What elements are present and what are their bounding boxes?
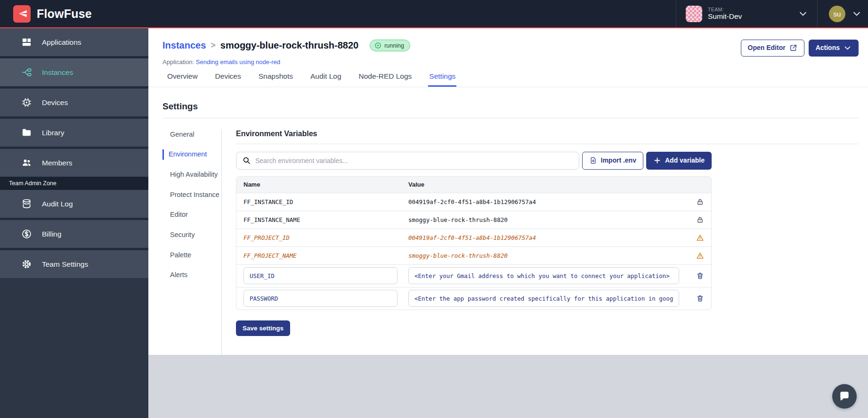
settings-nav-palette[interactable]: Palette: [162, 250, 221, 261]
sidebar-item-instances[interactable]: Instances: [0, 58, 148, 86]
env-var-row: FF_INSTANCE_NAME smoggy-blue-rock-thrush…: [236, 211, 711, 229]
tab-audit-log[interactable]: Audit Log: [309, 72, 342, 87]
env-var-value: smoggy-blue-rock-thrush-8820: [408, 216, 508, 223]
settings-subnav: General Environment High Availability Pr…: [162, 130, 221, 355]
search-icon: [242, 156, 251, 165]
brand-area[interactable]: FlowFuse: [0, 5, 92, 23]
table-header: Name Value: [236, 177, 711, 193]
env-var-name: FF_PROJECT_ID: [243, 234, 290, 241]
trash-icon[interactable]: [696, 272, 704, 280]
tab-overview[interactable]: Overview: [166, 72, 199, 87]
breadcrumb-separator: >: [211, 41, 216, 50]
sidebar-item-billing[interactable]: Billing: [0, 220, 148, 248]
settings-nav-label: Protect Instance: [170, 191, 219, 198]
settings-nav-protect-instance[interactable]: Protect Instance: [162, 190, 221, 200]
settings-nav-label: Alerts: [170, 271, 187, 279]
main-area: Instances > smoggy-blue-rock-thrush-8820…: [148, 28, 868, 418]
chat-icon: [838, 390, 851, 402]
document-download-icon: [589, 156, 597, 164]
navbar-right: TEAM: Sumit-Dev su: [676, 0, 868, 27]
env-variables-table: Name Value FF_INSTANCE_ID: [236, 176, 712, 310]
breadcrumb: Instances > smoggy-blue-rock-thrush-8820…: [162, 40, 410, 51]
open-editor-button[interactable]: Open Editor: [741, 40, 804, 57]
instance-header: Instances > smoggy-blue-rock-thrush-8820…: [148, 28, 868, 87]
user-menu[interactable]: su: [817, 0, 868, 27]
settings-nav-label: Palette: [170, 251, 191, 259]
tab-label: Audit Log: [310, 72, 341, 80]
application-link[interactable]: Sending emails using node-red: [196, 58, 280, 66]
settings-divider: [162, 118, 859, 118]
top-navbar: FlowFuse TEAM: Sumit-Dev su: [0, 0, 868, 28]
actions-button[interactable]: Actions: [809, 40, 859, 57]
settings-nav-environment[interactable]: Environment: [162, 149, 221, 160]
env-toolbar: Import .env Add variable: [236, 152, 712, 170]
flowfuse-logo-icon: [13, 5, 31, 23]
column-name: Name: [236, 181, 401, 188]
settings-nav-general[interactable]: General: [162, 130, 221, 140]
env-var-value: 004919af-2cf0-4f51-a8b4-1b12906757a4: [408, 198, 536, 205]
environment-panel: Environment Variables Import: [221, 130, 859, 355]
team-name: Sumit-Dev: [708, 12, 793, 21]
tab-node-red-logs[interactable]: Node-RED Logs: [358, 72, 413, 87]
chat-widget-button[interactable]: [832, 384, 857, 409]
status-badge: running: [370, 40, 410, 51]
library-icon: [21, 127, 32, 138]
warning-icon: [696, 234, 704, 242]
play-circle-icon: [374, 42, 381, 49]
settings-nav-security[interactable]: Security: [162, 230, 221, 240]
settings-nav-alerts[interactable]: Alerts: [162, 270, 221, 280]
sidebar-item-library[interactable]: Library: [0, 119, 148, 147]
env-var-name-input[interactable]: [243, 290, 397, 307]
tab-settings[interactable]: Settings: [428, 72, 456, 87]
env-var-row: USER_ID <Enter your Gmail address to whi…: [236, 264, 711, 287]
tab-label: Settings: [429, 72, 455, 80]
team-admin-zone-label: Team Admin Zone: [0, 177, 148, 190]
add-variable-button[interactable]: Add variable: [646, 152, 712, 170]
env-var-name: FF_PROJECT_NAME: [243, 252, 297, 259]
applications-icon: [21, 37, 32, 48]
sidebar-item-team-settings[interactable]: Team Settings: [0, 250, 148, 278]
warning-icon: [696, 252, 704, 260]
settings-nav-editor[interactable]: Editor: [162, 210, 221, 220]
save-settings-button[interactable]: Save settings: [236, 320, 290, 336]
env-var-row: FF_PROJECT_NAME smoggy-blue-rock-thrush-…: [236, 246, 711, 264]
breadcrumb-instances-link[interactable]: Instances: [162, 40, 206, 51]
footer-band: [148, 355, 868, 418]
audit-log-icon: [21, 198, 32, 209]
env-var-value-input[interactable]: [408, 267, 679, 284]
team-label: TEAM:: [708, 7, 793, 12]
billing-icon: [21, 229, 32, 239]
import-env-label: Import .env: [601, 156, 636, 165]
env-var-value-input[interactable]: [408, 290, 679, 307]
sidebar-item-label: Members: [42, 159, 73, 167]
sidebar: Applications Instances Devices Library M…: [0, 28, 148, 418]
import-env-button[interactable]: Import .env: [582, 152, 643, 170]
sidebar-item-label: Library: [42, 129, 64, 137]
settings-nav-high-availability[interactable]: High Availability: [162, 170, 221, 180]
tab-label: Node-RED Logs: [359, 72, 412, 80]
sidebar-item-devices[interactable]: Devices: [0, 89, 148, 116]
env-var-name: FF_INSTANCE_ID: [243, 198, 293, 205]
trash-icon[interactable]: [696, 295, 704, 303]
open-editor-label: Open Editor: [748, 44, 786, 52]
search-input[interactable]: [255, 157, 573, 164]
application-label: Application:: [162, 58, 194, 66]
tab-devices[interactable]: Devices: [214, 72, 242, 87]
env-var-row: FF_INSTANCE_ID 004919af-2cf0-4f51-a8b4-1…: [236, 193, 711, 211]
tab-snapshots[interactable]: Snapshots: [258, 72, 294, 87]
team-settings-icon: [21, 259, 32, 270]
page-title: Settings: [162, 101, 859, 112]
sidebar-item-label: Devices: [42, 98, 68, 107]
env-var-name-input[interactable]: [243, 267, 397, 284]
sidebar-item-audit-log[interactable]: Audit Log: [0, 190, 148, 218]
settings-nav-label: Environment: [169, 150, 207, 158]
lock-icon: [696, 198, 704, 206]
external-link-icon: [789, 44, 797, 52]
sidebar-item-members[interactable]: Members: [0, 149, 148, 177]
team-selector[interactable]: TEAM: Sumit-Dev: [676, 0, 817, 27]
chevron-down-icon: [852, 9, 861, 18]
sidebar-item-applications[interactable]: Applications: [0, 28, 148, 56]
plus-icon: [653, 156, 661, 164]
env-var-row: FF_PROJECT_ID 004919af-2cf0-4f51-a8b4-1b…: [236, 229, 711, 246]
tab-label: Overview: [167, 72, 198, 80]
